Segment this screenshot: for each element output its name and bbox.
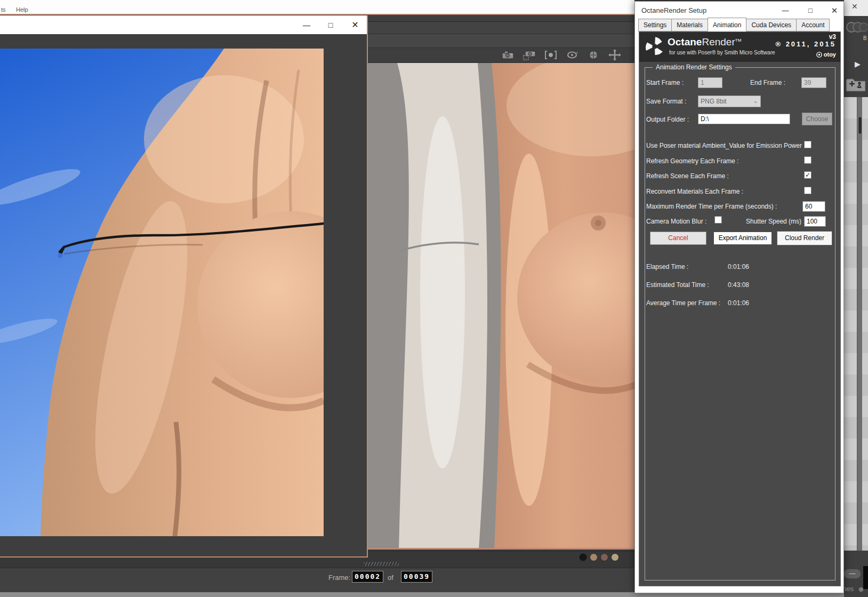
close-icon[interactable]: ✕ — [827, 5, 842, 16]
orbit-icon[interactable] — [564, 49, 580, 61]
save-format-value: PNG 8bit — [701, 98, 727, 105]
output-folder-label: Output Folder : — [646, 116, 689, 123]
average-time-label: Average Time per Frame : — [646, 299, 720, 307]
b-label: B — [863, 35, 867, 41]
render-window: — □ ✕ — [0, 15, 368, 558]
layers-icon[interactable] — [845, 21, 867, 33]
close-icon[interactable]: ✕ — [851, 2, 858, 11]
refresh-scene-checkbox[interactable]: ✓ — [804, 171, 811, 179]
close-icon[interactable]: ✕ — [347, 19, 364, 31]
max-render-time-field[interactable]: 60 — [802, 201, 825, 212]
octanerender-setup-dialog: OctaneRender Setup — □ ✕ Settings Materi… — [634, 1, 844, 593]
trackball-icon[interactable] — [585, 49, 601, 61]
reconvert-materials-label: Reconvert Materials Each Frame : — [646, 188, 743, 195]
octane-logo-icon — [644, 35, 666, 58]
save-format-dropdown[interactable]: PNG 8bit ⌄ — [698, 95, 761, 107]
scrollbar-thumb[interactable] — [858, 116, 862, 134]
tab-cuda-devices[interactable]: Cuda Devices — [746, 19, 797, 31]
translate-icon[interactable] — [607, 49, 623, 61]
frame-of-label: of — [388, 574, 393, 582]
expand-arrow-icon[interactable]: ▶ — [855, 60, 861, 68]
emission-power-checkbox[interactable] — [804, 141, 811, 148]
shutter-speed-label: Shutter Speed (ms) : — [746, 218, 805, 225]
total-frames-field[interactable]: 00039 — [401, 571, 432, 583]
brand-tm: TM — [735, 38, 742, 43]
render-window-titlebar[interactable]: — □ ✕ — [0, 15, 367, 34]
collapse-button[interactable]: — — [843, 569, 861, 579]
tab-settings[interactable]: Settings — [638, 19, 672, 31]
menu-bar: ts Help — [0, 0, 634, 15]
display-dot-3[interactable] — [600, 553, 608, 561]
refresh-geometry-checkbox[interactable] — [804, 156, 811, 164]
brand-header: OctaneRenderTM for use with Poser® by Sm… — [639, 32, 840, 62]
export-animation-button[interactable]: Export Animation — [713, 231, 773, 245]
camera-dolly-icon[interactable] — [521, 49, 537, 61]
brand-octane: Octane — [668, 36, 702, 47]
maximize-icon[interactable]: □ — [803, 5, 818, 16]
otoy-logo: otoy — [816, 51, 836, 58]
brand-copyright: ® 2011, 2015 — [775, 40, 836, 48]
scrollbar-track[interactable] — [857, 97, 862, 551]
menu-fragment: ts — [1, 6, 6, 13]
estimated-total-label: Estimated Total Time : — [646, 281, 709, 289]
otoy-label: otoy — [824, 51, 836, 58]
frame-label: Frame: — [328, 574, 350, 582]
camera-icon[interactable] — [500, 49, 516, 61]
current-frame-field[interactable]: 00002 — [352, 571, 383, 583]
tab-account[interactable]: Account — [796, 19, 830, 31]
cloud-render-button[interactable]: Cloud Render — [777, 231, 832, 245]
library-list — [844, 97, 868, 551]
elapsed-time-label: Elapsed Time : — [646, 263, 688, 270]
dialog-title: OctaneRender Setup — [641, 6, 706, 14]
camera-motion-blur-checkbox[interactable] — [714, 216, 722, 224]
shutter-speed-field[interactable]: 100 — [804, 216, 826, 227]
panel-divider — [863, 566, 868, 589]
poser-workspace: ts Help — [0, 0, 868, 597]
dialog-tabs: Settings Materials Animation Cuda Device… — [638, 18, 829, 31]
tab-materials[interactable]: Materials — [671, 19, 708, 31]
elapsed-time-value: 0:01:06 — [728, 263, 749, 270]
brand-name: OctaneRenderTM — [668, 36, 741, 48]
brand-version: v3 — [829, 33, 836, 41]
menu-help[interactable]: Help — [16, 6, 28, 13]
average-time-value: 0:01:06 — [728, 299, 749, 307]
brand-render: Render — [702, 36, 735, 47]
save-format-label: Save Format : — [646, 98, 686, 105]
library-sidebar: ✕ B ▶ — [844, 0, 868, 597]
dialog-panel: OctaneRenderTM for use with Poser® by Sm… — [639, 31, 841, 586]
display-dot-4[interactable] — [611, 553, 619, 561]
brand-subtitle: for use with Poser® by Smith Micro Softw… — [669, 50, 775, 55]
otoy-icon — [816, 52, 822, 58]
minimize-icon[interactable]: — — [778, 5, 793, 16]
chevron-down-icon: ⌄ — [753, 97, 758, 105]
preview-render-image — [368, 63, 634, 550]
refresh-geometry-label: Refresh Geometry Each Frame : — [646, 157, 738, 165]
display-dot-2[interactable] — [590, 553, 598, 561]
estimated-total-value: 0:43:08 — [728, 281, 749, 289]
minimize-icon[interactable]: — — [298, 19, 315, 31]
group-title: Animation Render Settings — [653, 63, 735, 71]
output-folder-field[interactable]: D:\ — [698, 114, 790, 124]
refresh-scene-label: Refresh Scene Each Frame : — [646, 172, 729, 180]
cancel-button[interactable]: Cancel — [650, 232, 706, 245]
reconvert-materials-checkbox[interactable] — [804, 187, 811, 194]
tab-animation[interactable]: Animation — [708, 18, 746, 31]
end-frame-field[interactable]: 39 — [801, 77, 826, 88]
octane-render-image — [0, 49, 324, 536]
emission-power-label: Use Poser material Ambient_Value for Emi… — [646, 142, 806, 149]
camera-controls — [500, 49, 623, 62]
viewport-border — [368, 548, 634, 550]
add-figure-folder-icon[interactable] — [845, 76, 866, 93]
start-frame-label: Start Frame : — [646, 79, 684, 86]
max-render-time-label: Maximum Render Time per Frame (seconds) … — [646, 203, 777, 210]
start-frame-field[interactable]: 1 — [698, 77, 722, 88]
display-dot-1[interactable] — [579, 553, 587, 561]
library-titlebar: ✕ — [844, 0, 868, 16]
resize-grip[interactable] — [364, 562, 399, 566]
light-icon[interactable] — [543, 49, 559, 61]
maximize-icon[interactable]: □ — [322, 19, 339, 31]
camera-motion-blur-label: Camera Motion Blur : — [646, 218, 706, 225]
choose-button[interactable]: Choose — [802, 113, 832, 125]
end-frame-label: End Frame : — [750, 79, 785, 86]
